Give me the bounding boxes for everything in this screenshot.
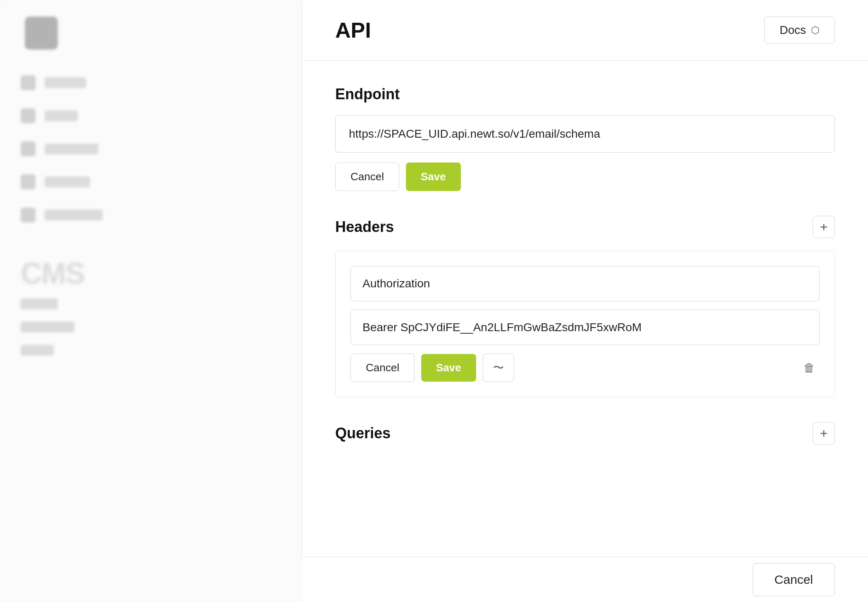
sidebar: CMS [0, 0, 302, 602]
cms-sub-item-teams [21, 299, 58, 309]
queries-section-header: Queries + [335, 422, 835, 444]
sidebar-item-networks [0, 198, 302, 232]
headers-section-title: Headers [335, 218, 394, 236]
header-key-input[interactable] [351, 266, 820, 301]
queries-section: Queries + [335, 422, 835, 444]
add-query-button[interactable]: + [813, 422, 835, 444]
endpoint-input[interactable] [335, 115, 835, 153]
content-area: Endpoint Cancel Save Headers + Cancel [302, 61, 868, 602]
endpoint-section-title: Endpoint [335, 86, 400, 103]
tvmaps-icon [21, 141, 36, 156]
docs-button[interactable]: Docs ⬡ [764, 17, 835, 44]
sidebar-item-cms [0, 99, 302, 132]
cms-icon [21, 108, 36, 123]
header-cancel-button[interactable]: Cancel [351, 354, 415, 382]
networks-icon [21, 208, 36, 222]
sidebar-networks-label [45, 210, 103, 220]
endpoint-section-header: Endpoint [335, 86, 835, 103]
billing-icon [21, 174, 36, 189]
api-header: API Docs ⬡ [302, 0, 868, 61]
headers-section: Headers + Cancel Save 〜 🗑 [335, 216, 835, 397]
bottom-footer: Cancel [302, 557, 868, 602]
endpoint-cancel-button[interactable]: Cancel [335, 162, 399, 191]
eye-icon: 〜 [493, 361, 504, 375]
sidebar-logo [25, 17, 58, 50]
footer-cancel-button[interactable]: Cancel [753, 563, 835, 596]
sidebar-billing-label [45, 177, 90, 187]
sidebar-item-home [0, 66, 302, 99]
header-actions-row: Cancel Save 〜 🗑 [351, 354, 820, 382]
sidebar-cms-label [45, 110, 78, 121]
endpoint-section: Endpoint Cancel Save [335, 86, 835, 191]
endpoint-save-button[interactable]: Save [406, 162, 461, 191]
docs-button-label: Docs [780, 24, 806, 37]
header-actions-left: Cancel Save 〜 [351, 354, 514, 382]
header-delete-button[interactable]: 🗑 [799, 358, 820, 378]
sidebar-item-billing [0, 165, 302, 198]
sidebar-tvmaps-label [45, 143, 98, 154]
sidebar-item-tvmaps [0, 132, 302, 165]
external-link-icon: ⬡ [811, 24, 820, 36]
header-value-input[interactable] [351, 310, 820, 345]
header-save-button[interactable]: Save [421, 354, 476, 382]
headers-section-header: Headers + [335, 216, 835, 238]
home-icon [21, 75, 36, 90]
right-panel: API Docs ⬡ Endpoint Cancel Save Headers … [302, 0, 868, 602]
cms-main-title: CMS [21, 256, 281, 290]
cms-sub-item-inputfill [21, 322, 74, 332]
trash-icon: 🗑 [804, 361, 815, 375]
sidebar-home-label [45, 77, 86, 88]
queries-section-title: Queries [335, 425, 391, 442]
add-header-button[interactable]: + [813, 216, 835, 238]
endpoint-buttons-row: Cancel Save [335, 162, 835, 191]
header-toggle-visibility-button[interactable]: 〜 [483, 354, 514, 382]
page-title: API [335, 18, 371, 43]
cms-sub-item-links [21, 345, 54, 356]
headers-card: Cancel Save 〜 🗑 [335, 251, 835, 397]
